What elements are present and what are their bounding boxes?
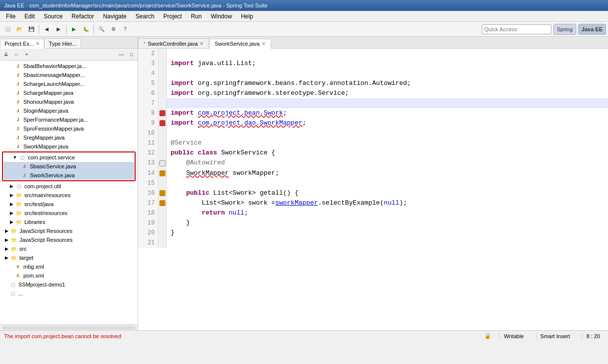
tree-item-sbasic-service[interactable]: J SbasicService.java [3, 162, 134, 171]
tree-item-sprofession[interactable]: J SproFessionMapper.java [0, 124, 138, 133]
tree-item-deployed[interactable]: ▶ 📁 JavaScript Resources [0, 235, 138, 244]
maximize-panel-btn[interactable]: □ [127, 50, 137, 59]
minimize-panel-btn[interactable]: — [116, 50, 126, 59]
tree-toggle-icon[interactable]: ▶ [3, 228, 10, 233]
tree-item-target[interactable]: ▶ 📁 target [0, 253, 138, 262]
new-item-btn[interactable]: + [22, 50, 32, 59]
tree-item-test-resources[interactable]: ▶ 📁 src/test/resources [0, 209, 138, 218]
tree-toggle-icon[interactable]: ▶ [8, 219, 15, 224]
tree-item-libraries[interactable]: ▶ 📁 Libraries [0, 218, 138, 226]
tab-project-close[interactable]: ✕ [36, 41, 40, 46]
expand-collapse-icon[interactable]: − [159, 160, 165, 166]
h-scrollbar[interactable] [0, 324, 138, 330]
code-content[interactable]: @Service [166, 138, 608, 148]
code-content[interactable]: import org.springframework.beans.factory… [166, 78, 608, 88]
toolbar-sep1 [39, 25, 39, 34]
tab-close-btn[interactable]: ✕ [262, 41, 266, 46]
code-content[interactable]: import java.util.List; [166, 59, 608, 69]
save-btn[interactable]: 💾 [26, 24, 37, 35]
open-btn[interactable]: 📂 [14, 24, 25, 35]
tree-toggle-icon[interactable]: ▶ [3, 237, 10, 242]
code-content[interactable] [166, 69, 608, 78]
tree-item-test-java[interactable]: ▶ 📁 src/test/java [0, 200, 138, 209]
quick-access-input[interactable] [482, 24, 551, 34]
tree-item-sreg[interactable]: J SregMapper.java [0, 133, 138, 142]
menu-refactor[interactable]: Refactor [68, 12, 98, 21]
collapse-all-btn[interactable]: ⇊ [1, 50, 11, 59]
perspective-javaee[interactable]: Java EE [578, 24, 606, 35]
tree-item-scharge[interactable]: J SchargeLaunchMapper... [0, 79, 138, 88]
tree-item-src[interactable]: ▶ 📁 src [0, 244, 138, 253]
code-content[interactable]: List<Swork> swork = sworkMapper.selectBy… [166, 198, 608, 208]
tree-toggle-icon[interactable]: ▶ [8, 193, 15, 198]
debug-btn[interactable]: 🐛 [80, 24, 91, 35]
tree-toggle-icon[interactable]: ▶ [3, 246, 10, 251]
tree-item-js-resources[interactable]: ▶ 📁 JavaScript Resources [0, 226, 138, 235]
tree-item-slogin[interactable]: J SloginMapper.java [0, 106, 138, 115]
menu-project[interactable]: Project [159, 12, 186, 21]
tree-item-ssm-project[interactable]: ⬡ SSMproject-demo1 [0, 280, 138, 289]
tree-toggle-icon[interactable]: ▶ [8, 202, 15, 207]
tree-item-schargemapper[interactable]: J SchargeMapper.java [0, 88, 138, 97]
tab-type-hierarchy[interactable]: Type Hier... [44, 38, 81, 48]
tree-item-com-project-util[interactable]: ▶ ⬡ com.project.util [0, 182, 138, 191]
code-content[interactable] [166, 178, 608, 188]
tab-close-btn[interactable]: ✕ [200, 41, 204, 46]
tree-item-sperform[interactable]: J SperFormanceMapper.ja... [0, 115, 138, 124]
code-content[interactable] [166, 238, 608, 248]
tree-item-mbg[interactable]: X mbg.xml [0, 262, 138, 271]
code-content[interactable] [166, 49, 608, 59]
tree-toggle-icon[interactable]: ▶ [8, 211, 15, 216]
link-editor-btn[interactable]: ↔ [11, 50, 21, 59]
code-content[interactable]: import com.project.bean.Swork; [166, 108, 608, 118]
menu-file[interactable]: File [2, 12, 19, 21]
tree-item-shonour[interactable]: J ShonourMapper.java [0, 97, 138, 106]
tree-item-extra[interactable]: ⬡ ... [0, 289, 138, 298]
status-message: The import com.project.bean cannot be re… [4, 333, 480, 339]
tree-toggle-icon[interactable]: ▶ [3, 255, 10, 260]
tab-project-explorer[interactable]: Project Ex... ✕ [0, 39, 44, 49]
code-content[interactable] [166, 128, 608, 138]
menu-navigate[interactable]: Navigate [99, 12, 130, 21]
gutter [158, 69, 166, 78]
code-content[interactable]: public class SworkService { [166, 148, 608, 158]
menu-edit[interactable]: Edit [20, 12, 39, 21]
tree-item-swork-service[interactable]: J SworkService.java [3, 171, 134, 180]
back-btn[interactable]: ◀ [41, 24, 52, 35]
tree-item-sbad[interactable]: J SbadBehaviorMapper.ja... [0, 62, 138, 71]
settings-btn[interactable]: ⚙ [108, 24, 119, 35]
run-btn[interactable]: ▶ [69, 24, 79, 35]
menu-search[interactable]: Search [132, 12, 158, 21]
code-content[interactable]: import com.project.dao.SworkMapper; [166, 118, 608, 128]
code-row-9: 9 import com.project.dao.SworkMapper; [138, 118, 608, 128]
tree-item-swork[interactable]: J SworkMapper.java [0, 142, 138, 151]
tree-item-sbasicmsg[interactable]: J SbasicmessageMapper... [0, 71, 138, 79]
code-content[interactable]: } [166, 218, 608, 228]
perspective-spring[interactable]: Spring [553, 24, 576, 35]
code-content[interactable]: SworkMapper sworkMapper; [166, 168, 608, 178]
code-content[interactable]: } [166, 228, 608, 238]
code-content[interactable]: @Autowired [166, 158, 608, 168]
code-content[interactable]: import org.springframework.stereotype.Se… [166, 88, 608, 98]
tree-toggle-icon[interactable]: ▶ [8, 184, 15, 189]
tab-swork-controller[interactable]: * SworkController.java ✕ [138, 38, 209, 48]
code-content[interactable]: return null; [166, 208, 608, 218]
menu-help[interactable]: Help [237, 12, 257, 21]
tree-item-label: SworkService.java [30, 172, 75, 178]
forward-btn[interactable]: ▶ [53, 24, 64, 35]
code-content[interactable]: public List<Swork> getall() { [166, 188, 608, 198]
menu-source[interactable]: Source [40, 12, 67, 21]
menu-run[interactable]: Run [187, 12, 206, 21]
tree-item-com-project-service[interactable]: ▼ ⬡ com.project.service [3, 153, 134, 162]
tree-item-pom[interactable]: X pom.xml [0, 271, 138, 280]
help-btn[interactable]: ? [120, 24, 131, 35]
tree-item-label: src/test/resources [24, 210, 68, 216]
tab-swork-service[interactable]: SworkService.java ✕ [209, 39, 271, 49]
search-btn[interactable]: 🔍 [96, 24, 107, 35]
menu-window[interactable]: Window [207, 12, 236, 21]
code-editor[interactable]: 2 3 import java.util.List; 4 [138, 49, 608, 330]
new-btn[interactable]: ⬜ [2, 24, 13, 35]
code-content[interactable] [166, 98, 608, 108]
tree-toggle-icon[interactable]: ▼ [11, 155, 18, 160]
tree-item-resources[interactable]: ▶ 📁 src/main/resources [0, 191, 138, 200]
